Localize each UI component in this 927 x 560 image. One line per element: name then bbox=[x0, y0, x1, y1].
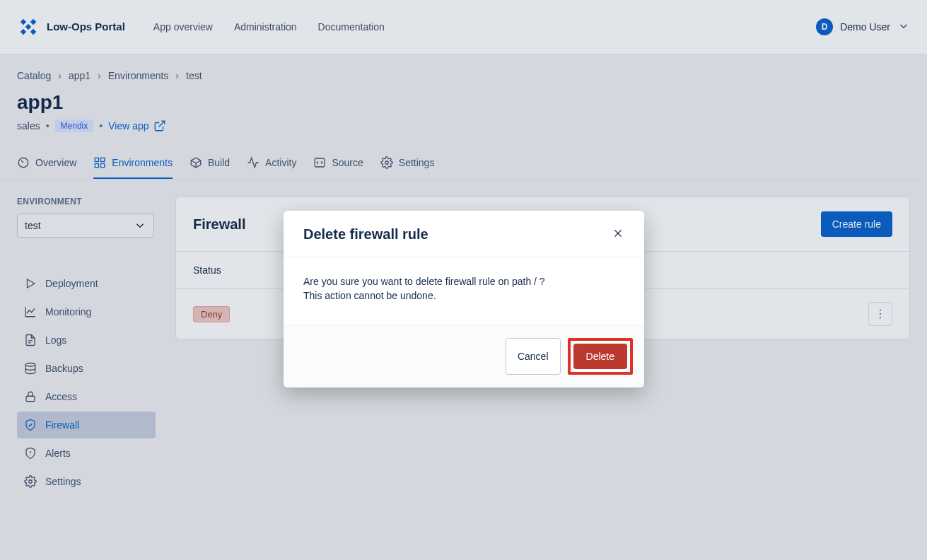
modal-body-line2: This action cannot be undone. bbox=[303, 288, 624, 303]
modal-body: Are you sure you want to delete firewall… bbox=[284, 257, 644, 325]
modal-body-line1: Are you sure you want to delete firewall… bbox=[303, 274, 624, 288]
close-icon[interactable] bbox=[612, 227, 624, 243]
delete-button[interactable]: Delete bbox=[573, 344, 627, 369]
delete-firewall-rule-modal: Delete firewall rule Are you sure you wa… bbox=[284, 211, 644, 387]
modal-title: Delete firewall rule bbox=[303, 226, 428, 243]
cancel-button[interactable]: Cancel bbox=[506, 338, 561, 375]
modal-footer: Cancel Delete bbox=[284, 325, 644, 387]
delete-button-highlight: Delete bbox=[568, 338, 633, 375]
modal-header: Delete firewall rule bbox=[284, 211, 644, 257]
